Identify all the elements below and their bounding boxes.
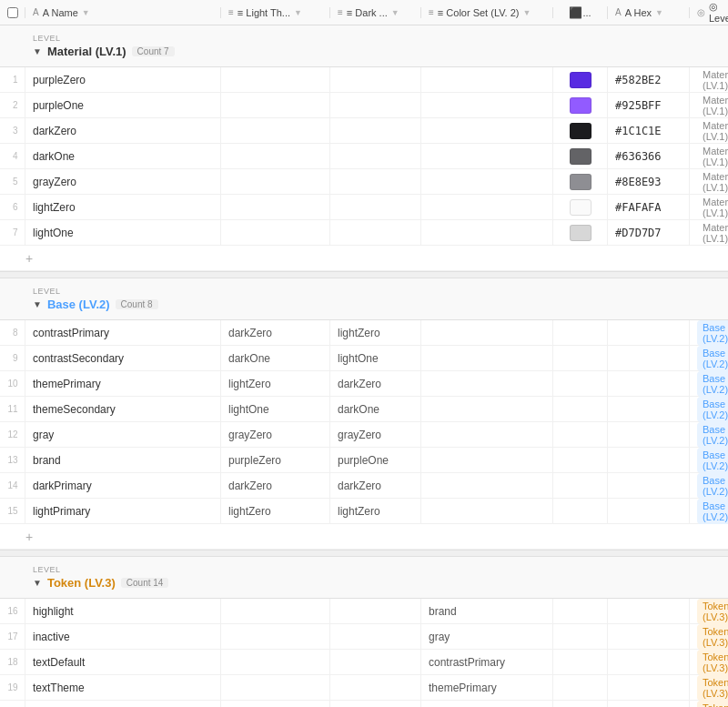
- name-text: themePrimary: [33, 378, 101, 390]
- cell-dark: darkZero: [330, 473, 421, 498]
- row-check[interactable]: 6: [0, 195, 25, 219]
- group-content-material: LEVEL ▼ Material (LV.1) Count 7: [25, 32, 221, 60]
- row-check[interactable]: 9: [0, 346, 25, 370]
- text-icon-hex: A: [615, 7, 622, 17]
- cell-colorset: [421, 220, 553, 245]
- header-dark[interactable]: ≡ ≡ Dark ... ▼: [330, 7, 421, 18]
- header-level-label: ◎ Level: [709, 1, 728, 24]
- cell-colorset: contrastPrimary: [421, 650, 553, 674]
- group-count-token: Count 14: [121, 578, 169, 588]
- color-swatch: [570, 148, 592, 165]
- cell-dark: grayZero: [330, 422, 421, 447]
- cell-light: [221, 701, 330, 707]
- cell-light: darkZero: [221, 473, 330, 498]
- table-container: A A Name ▼ ≡ ≡ Light Th... ▼ ≡ ≡ Dark ..…: [0, 0, 728, 707]
- group-title-base: Base (LV.2): [47, 298, 110, 311]
- row-check[interactable]: 4: [0, 144, 25, 168]
- group-label-token: LEVEL: [33, 565, 214, 574]
- row-check[interactable]: 18: [0, 650, 25, 674]
- row-check[interactable]: 20: [0, 701, 25, 707]
- cell-colorset: [421, 448, 553, 472]
- name-text: textTheme: [33, 682, 85, 694]
- cell-light: [221, 118, 330, 143]
- header-light-label: ≡ Light Th...: [238, 7, 290, 18]
- table-header: A A Name ▼ ≡ ≡ Light Th... ▼ ≡ ≡ Dark ..…: [0, 0, 728, 25]
- cell-hex: [608, 499, 690, 523]
- name-text: darkPrimary: [33, 480, 92, 492]
- cell-name: themeSecondary: [25, 397, 221, 421]
- cell-hex: [608, 422, 690, 447]
- row-check[interactable]: 13: [0, 448, 25, 472]
- add-row-base[interactable]: +: [0, 524, 728, 550]
- name-text: contrastSecondary: [33, 352, 124, 365]
- name-text: lightPrimary: [33, 505, 90, 518]
- cell-level: Material (LV.1): [690, 67, 728, 92]
- header-hex[interactable]: A A Hex ▼: [608, 7, 690, 18]
- level-badge: Material (LV.1): [697, 93, 728, 118]
- row-check[interactable]: 11: [0, 397, 25, 421]
- row-check[interactable]: 17: [0, 624, 25, 649]
- row-check[interactable]: 8: [0, 320, 25, 345]
- cell-dark: [330, 650, 421, 674]
- header-name[interactable]: A A Name ▼: [25, 7, 221, 18]
- cell-name: lightOne: [25, 220, 221, 245]
- dark-text: grayZero: [338, 429, 381, 441]
- table-row: 14 darkPrimary darkZero darkZero Base (L…: [0, 473, 728, 499]
- row-check[interactable]: 7: [0, 220, 25, 245]
- header-light[interactable]: ≡ ≡ Light Th... ▼: [221, 7, 330, 18]
- header-level[interactable]: ◎ ◎ Level ▼: [690, 1, 728, 24]
- cell-hex: [608, 448, 690, 472]
- group-content-base: LEVEL ▼ Base (LV.2) Count 8: [25, 285, 221, 313]
- add-row-label: +: [25, 251, 33, 266]
- row-check[interactable]: 1: [0, 67, 25, 92]
- light-text: darkZero: [228, 327, 272, 339]
- cell-dark: [330, 67, 421, 92]
- name-text: themeSecondary: [33, 403, 116, 416]
- table-row: 4 darkOne #636366 Material (LV.1): [0, 144, 728, 169]
- cell-name: darkOne: [25, 144, 221, 168]
- row-check[interactable]: 14: [0, 473, 25, 498]
- cell-dark: [330, 195, 421, 219]
- row-check[interactable]: 3: [0, 118, 25, 143]
- sort-icon: ▼: [82, 8, 90, 17]
- collapse-triangle-base[interactable]: ▼: [33, 299, 42, 309]
- level-badge: Material (LV.1): [697, 67, 728, 93]
- select-all-checkbox[interactable]: [7, 7, 18, 18]
- cell-light: [221, 599, 330, 623]
- group-count-base: Count 8: [116, 299, 158, 309]
- cell-dark: [330, 93, 421, 117]
- collapse-triangle-material[interactable]: ▼: [33, 46, 42, 56]
- row-check[interactable]: 2: [0, 93, 25, 117]
- cell-colorset: [421, 371, 553, 396]
- cell-hex: [608, 371, 690, 396]
- cell-hex: #582BE2: [608, 67, 690, 92]
- cell-name: grayZero: [25, 169, 221, 194]
- row-check[interactable]: 10: [0, 371, 25, 396]
- cell-hex: [608, 650, 690, 674]
- cell-swatch: [553, 93, 608, 117]
- header-check[interactable]: [0, 7, 25, 18]
- cell-name: purpleZero: [25, 67, 221, 92]
- cell-level: Token (LV.3): [690, 675, 728, 700]
- header-swatch-label: ...: [582, 7, 591, 18]
- header-swatch[interactable]: ⬛ ...: [553, 6, 608, 19]
- cell-light: [221, 195, 330, 219]
- cell-swatch: [553, 650, 608, 674]
- cell-swatch: [553, 448, 608, 472]
- text-icon: A: [33, 7, 39, 17]
- cell-level: Base (LV.2): [690, 473, 728, 498]
- table-row: 20 textNote themeSecondary Token (LV.3): [0, 701, 728, 707]
- cell-colorset: [421, 397, 553, 421]
- add-row-material[interactable]: +: [0, 246, 728, 271]
- row-check[interactable]: 12: [0, 422, 25, 447]
- row-check[interactable]: 15: [0, 499, 25, 523]
- cell-name: purpleOne: [25, 93, 221, 117]
- color-swatch: [570, 225, 592, 241]
- row-check[interactable]: 16: [0, 599, 25, 623]
- header-colorset[interactable]: ≡ ≡ Color Set (LV. 2) ▼: [421, 7, 553, 18]
- cell-swatch: [553, 144, 608, 168]
- row-check[interactable]: 5: [0, 169, 25, 194]
- row-check[interactable]: 19: [0, 675, 25, 700]
- collapse-triangle-token[interactable]: ▼: [33, 578, 42, 588]
- group-divider-1: [0, 271, 728, 278]
